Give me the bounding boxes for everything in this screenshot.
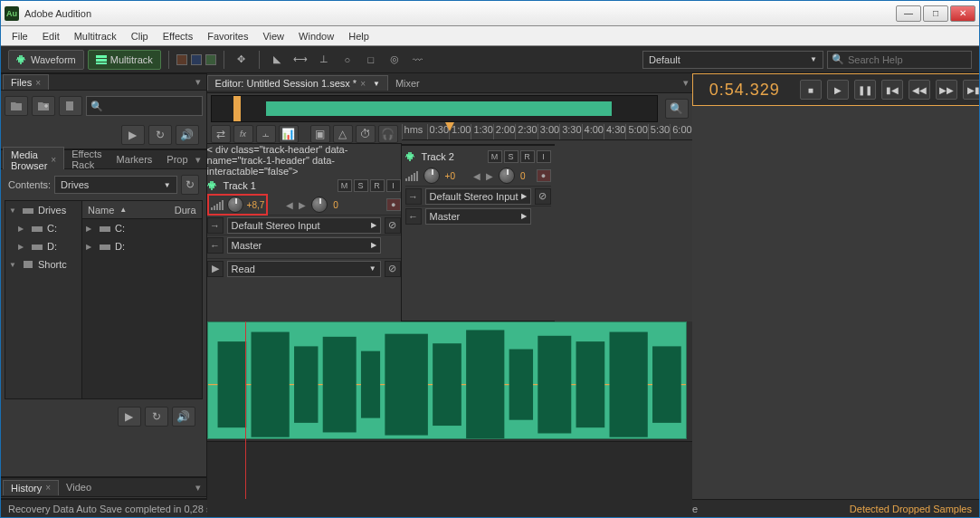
track-2-monitor-button[interactable]: I [537, 150, 551, 163]
track-1-pan-value[interactable]: 0 [333, 200, 338, 210]
track-2-input-selector[interactable]: Default Stereo Input▶ [425, 188, 531, 205]
refresh-button[interactable]: ↻ [181, 175, 199, 195]
editor-session-tab[interactable]: Editor: Untitled Session 1.sesx *×▼ [207, 75, 388, 91]
multitrack-mode-button[interactable]: Multitrack [88, 50, 161, 70]
drive-c-tree-item[interactable]: ▶C: [5, 219, 81, 237]
audio-clip[interactable]: 03-dizplay-panoramic 48000 1 Volume ▼ [207, 321, 687, 439]
close-icon[interactable]: × [360, 79, 366, 89]
menu-multitrack[interactable]: Multitrack [67, 29, 124, 43]
loop-button[interactable]: ↻ [145, 407, 168, 427]
track-1-volume-knob[interactable] [227, 197, 243, 213]
name-column-header[interactable]: Name [88, 205, 114, 216]
track-2-volume-value[interactable]: +0 [445, 171, 455, 181]
files-panel-tab[interactable]: Files × [3, 74, 49, 90]
menu-favorites[interactable]: Favorites [200, 29, 255, 43]
track-1-input-enable-button[interactable]: ⊘ [385, 217, 401, 234]
markers-tab[interactable]: Markers [109, 152, 160, 167]
track-1-mute-button[interactable]: M [338, 179, 352, 192]
eq-button[interactable]: 📊 [279, 125, 299, 143]
track-1-pan-knob[interactable] [311, 197, 328, 213]
import-file-button[interactable] [32, 96, 55, 116]
open-file-button[interactable] [5, 96, 28, 116]
new-file-button[interactable] [59, 96, 82, 116]
goto-end-button[interactable]: ▶▮ [963, 80, 980, 100]
menu-help[interactable]: Help [341, 29, 376, 43]
track-2-pan-knob[interactable] [499, 168, 515, 184]
panel-menu-icon[interactable]: ▾ [195, 482, 205, 494]
status-warning[interactable]: Detected Dropped Samples [850, 504, 972, 514]
brush-tool-button[interactable]: 〰 [408, 50, 428, 70]
history-tab[interactable]: History× [3, 480, 59, 495]
track-1-volume-value[interactable]: +8,7 [247, 200, 265, 210]
contents-selector[interactable]: Drives ▼ [54, 176, 177, 194]
track-2-record-button[interactable]: R [520, 150, 535, 163]
slip-tool-button[interactable]: ⊥ [314, 50, 334, 70]
window-minimize-button[interactable]: — [896, 5, 921, 22]
session-overview[interactable] [211, 95, 658, 122]
drive-d-item[interactable]: ▶D: [82, 237, 202, 255]
menu-edit[interactable]: Edit [35, 29, 67, 43]
snap-button[interactable]: △ [333, 125, 353, 143]
workspace-selector[interactable]: Default ▼ [642, 51, 823, 69]
rewind-button[interactable]: ◀◀ [909, 80, 930, 100]
track-2-name[interactable]: Track 2 [422, 151, 454, 162]
goto-start-button[interactable]: ▮◀ [881, 80, 903, 100]
track-2-input-enable-button[interactable]: ⊘ [535, 188, 551, 205]
track-2-volume-knob[interactable] [423, 168, 440, 184]
track-1-automation-enable[interactable]: ⊘ [385, 261, 401, 277]
search-help-input[interactable]: 🔍 Search Help [827, 51, 972, 69]
track-lanes[interactable]: 03-dizplay-panoramic 48000 1 Volume ▼ [207, 321, 692, 499]
track-1-input-selector[interactable]: Default Stereo Input▶ [227, 217, 381, 234]
color-swatch-3[interactable] [205, 54, 216, 65]
window-maximize-button[interactable]: □ [923, 5, 948, 22]
drive-c-item[interactable]: ▶C: [82, 219, 202, 237]
stop-button[interactable]: ■ [800, 80, 822, 100]
window-close-button[interactable]: ✕ [950, 5, 975, 22]
time-ruler[interactable]: hms 0:30 1:00 1:30 2:00 2:30 3:00 3:30 4… [402, 124, 692, 140]
selection-tool-button[interactable]: ◣ [267, 50, 287, 70]
move-tool-button[interactable]: ✥ [232, 50, 252, 70]
effects-rack-tab[interactable]: Effects Rack [64, 147, 109, 172]
track-1-automation-mode[interactable]: Read▼ [227, 261, 381, 277]
panel-menu-icon[interactable]: ▾ [683, 77, 692, 89]
headphone-button[interactable]: 🎧 [378, 125, 398, 143]
panel-menu-icon[interactable]: ▾ [195, 76, 205, 88]
track-2-mute-button[interactable]: M [488, 150, 502, 163]
forward-button[interactable]: ▶▶ [936, 80, 957, 100]
group-button[interactable]: ▣ [310, 125, 330, 143]
lasso-tool-button[interactable]: ◎ [385, 50, 404, 70]
color-swatch-2[interactable] [191, 54, 202, 65]
properties-tab[interactable]: Prop [159, 152, 195, 167]
drives-tree-item[interactable]: ▼Drives [5, 201, 81, 219]
play-button[interactable]: ▶ [121, 125, 145, 145]
track-1-record-arm-button[interactable]: ● [386, 198, 401, 211]
loop-button[interactable]: ↻ [148, 125, 172, 145]
autoplay-button[interactable]: 🔊 [172, 407, 195, 427]
fx-button[interactable]: fx [233, 125, 253, 143]
track-2-solo-button[interactable]: S [504, 150, 519, 163]
pause-button[interactable]: ❚❚ [854, 80, 876, 100]
zoom-reset-button[interactable]: 🔍 [665, 99, 689, 119]
close-icon[interactable]: × [45, 483, 51, 493]
toggle-a-button[interactable]: ⇄ [211, 125, 231, 143]
timecode-display[interactable]: 0:54.329 [700, 81, 789, 100]
files-search-input[interactable]: 🔍 [86, 96, 203, 116]
close-icon[interactable]: × [35, 78, 41, 88]
track-2-record-arm-button[interactable]: ● [537, 169, 551, 182]
autoplay-button[interactable]: 🔊 [176, 125, 199, 145]
menu-clip[interactable]: Clip [124, 29, 156, 43]
sends-button[interactable]: ⫠ [256, 125, 276, 143]
menu-view[interactable]: View [255, 29, 291, 43]
marquee-tool-button[interactable]: □ [361, 50, 381, 70]
track-1-name[interactable]: Track 1 [224, 180, 256, 191]
track-2-output-selector[interactable]: Master▶ [425, 208, 531, 225]
menu-effects[interactable]: Effects [156, 29, 200, 43]
menu-window[interactable]: Window [291, 29, 341, 43]
track-1-monitor-button[interactable]: I [386, 179, 401, 192]
track-1-record-button[interactable]: R [370, 179, 385, 192]
track-2-lane[interactable] [207, 441, 692, 518]
close-icon[interactable]: × [51, 155, 56, 165]
track-2-pan-value[interactable]: 0 [520, 171, 526, 181]
track-1-solo-button[interactable]: S [354, 179, 368, 192]
razor-tool-button[interactable]: ⟷ [290, 50, 310, 70]
